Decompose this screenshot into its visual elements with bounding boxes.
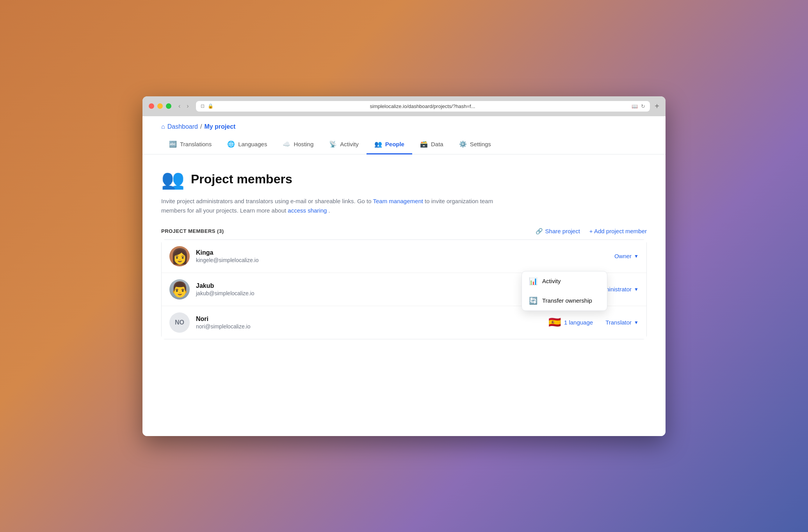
tab-hosting-label: Hosting bbox=[294, 141, 313, 147]
refresh-icon[interactable]: ↻ bbox=[641, 103, 645, 109]
dropdown-activity-label: Activity bbox=[542, 278, 561, 284]
tab-languages-label: Languages bbox=[238, 141, 267, 147]
home-icon: ⌂ bbox=[161, 123, 165, 130]
breadcrumb: ⌂ Dashboard / My project bbox=[142, 116, 666, 130]
description-text-start: Invite project administrators and transl… bbox=[161, 198, 373, 204]
member-email-kinga: kingele@simplelocalize.io bbox=[196, 257, 614, 263]
members-header: PROJECT MEMBERS (3) 🔗 Share project + Ad… bbox=[161, 228, 647, 235]
tab-languages[interactable]: 🌐 Languages bbox=[219, 135, 275, 154]
tab-data-label: Data bbox=[431, 141, 443, 147]
team-management-link[interactable]: Team management bbox=[373, 198, 423, 204]
members-list: Kinga kingele@simplelocalize.io Owner ▼ … bbox=[161, 239, 647, 339]
activity-icon: 📡 bbox=[329, 140, 337, 148]
breadcrumb-dashboard-link[interactable]: Dashboard bbox=[167, 123, 198, 130]
chevron-down-icon-nori: ▼ bbox=[634, 320, 639, 325]
avatar-initials-nori: NO bbox=[175, 319, 184, 326]
tab-activity-label: Activity bbox=[340, 141, 359, 147]
member-role-nori[interactable]: Translator ▼ bbox=[605, 319, 639, 326]
translations-icon: 🔤 bbox=[169, 140, 177, 148]
member-row-nori: NO Nori nori@simplelocalize.io 🇪🇸 1 lang… bbox=[162, 306, 646, 339]
members-actions: 🔗 Share project + Add project member bbox=[536, 228, 647, 235]
add-member-label: + Add project member bbox=[589, 228, 647, 234]
new-tab-button[interactable]: + bbox=[655, 102, 659, 111]
avatar-kinga bbox=[169, 246, 190, 266]
screen-share-icon: ⊡ bbox=[201, 103, 205, 109]
traffic-lights bbox=[149, 103, 171, 109]
share-project-button[interactable]: 🔗 Share project bbox=[536, 228, 580, 235]
access-sharing-link[interactable]: access sharing bbox=[288, 207, 327, 214]
tab-hosting[interactable]: ☁️ Hosting bbox=[275, 135, 321, 154]
activity-bar-icon: 📊 bbox=[529, 277, 537, 286]
hosting-icon: ☁️ bbox=[283, 140, 290, 148]
flag-spain: 🇪🇸 bbox=[548, 316, 561, 328]
page-header: 👥 Project members bbox=[161, 168, 647, 190]
breadcrumb-current-project: My project bbox=[204, 123, 235, 130]
tab-people[interactable]: 👥 People bbox=[367, 135, 412, 154]
browser-nav-buttons: ‹ › bbox=[176, 102, 191, 110]
tab-settings-label: Settings bbox=[470, 141, 491, 147]
people-icon: 👥 bbox=[374, 140, 382, 148]
role-label-nori: Translator bbox=[605, 319, 632, 326]
languages-icon: 🌐 bbox=[227, 140, 235, 148]
member-row-kinga: Kinga kingele@simplelocalize.io Owner ▼ … bbox=[162, 240, 646, 273]
tab-settings[interactable]: ⚙️ Settings bbox=[451, 135, 499, 154]
page-title: Project members bbox=[191, 172, 292, 186]
transfer-icon: 🔄 bbox=[529, 296, 537, 305]
add-member-button[interactable]: + Add project member bbox=[589, 228, 647, 234]
tab-translations[interactable]: 🔤 Translations bbox=[161, 135, 219, 154]
forward-button[interactable]: › bbox=[184, 102, 191, 110]
reader-icon: 📖 bbox=[632, 103, 638, 109]
browser-content: ⌂ Dashboard / My project 🔤 Translations … bbox=[142, 116, 666, 436]
browser-titlebar: ‹ › ⊡ 🔒 simplelocalize.io/dashboard/proj… bbox=[142, 96, 666, 116]
chevron-down-icon-kinga: ▼ bbox=[634, 254, 639, 259]
page-description: Invite project administrators and transl… bbox=[161, 197, 513, 215]
member-info-kinga: Kinga kingele@simplelocalize.io bbox=[196, 249, 614, 263]
members-count: PROJECT MEMBERS (3) bbox=[161, 228, 224, 234]
address-bar[interactable]: ⊡ 🔒 simplelocalize.io/dashboard/projects… bbox=[196, 101, 650, 112]
settings-icon: ⚙️ bbox=[459, 140, 467, 148]
language-count-nori: 1 language bbox=[564, 319, 593, 326]
dropdown-menu: 📊 Activity 🔄 Transfer ownership bbox=[521, 271, 607, 311]
lock-icon: 🔒 bbox=[208, 103, 214, 109]
tab-translations-label: Translations bbox=[180, 141, 212, 147]
member-email-nori: nori@simplelocalize.io bbox=[196, 323, 548, 330]
avatar-jakub bbox=[169, 279, 190, 300]
data-icon: 🗃️ bbox=[420, 140, 428, 148]
member-name-nori: Nori bbox=[196, 316, 548, 323]
browser-window: ‹ › ⊡ 🔒 simplelocalize.io/dashboard/proj… bbox=[142, 96, 666, 436]
member-role-kinga[interactable]: Owner ▼ bbox=[614, 253, 639, 259]
minimize-button[interactable] bbox=[157, 103, 163, 109]
nav-tabs: 🔤 Translations 🌐 Languages ☁️ Hosting 📡 … bbox=[142, 135, 666, 154]
fullscreen-button[interactable] bbox=[166, 103, 171, 109]
main-content: 👥 Project members Invite project adminis… bbox=[142, 154, 666, 353]
avatar-nori: NO bbox=[169, 312, 190, 333]
close-button[interactable] bbox=[149, 103, 154, 109]
role-label-kinga: Owner bbox=[614, 253, 632, 259]
dropdown-transfer-label: Transfer ownership bbox=[542, 297, 592, 304]
dropdown-item-activity[interactable]: 📊 Activity bbox=[522, 271, 607, 291]
share-project-label: Share project bbox=[545, 228, 580, 234]
url-text: simplelocalize.io/dashboard/projects/?ha… bbox=[217, 103, 629, 109]
member-languages-nori: 🇪🇸 1 language bbox=[548, 316, 593, 328]
description-text-end: . bbox=[329, 207, 330, 214]
member-name-kinga: Kinga bbox=[196, 249, 614, 256]
back-button[interactable]: ‹ bbox=[176, 102, 183, 110]
tab-data[interactable]: 🗃️ Data bbox=[412, 135, 451, 154]
dropdown-item-transfer[interactable]: 🔄 Transfer ownership bbox=[522, 291, 607, 310]
member-info-nori: Nori nori@simplelocalize.io bbox=[196, 316, 548, 330]
project-members-icon: 👥 bbox=[161, 168, 185, 190]
share-icon: 🔗 bbox=[536, 228, 543, 235]
breadcrumb-separator: / bbox=[200, 123, 202, 130]
tab-activity[interactable]: 📡 Activity bbox=[321, 135, 367, 154]
chevron-down-icon-jakub: ▼ bbox=[634, 287, 639, 292]
tab-people-label: People bbox=[385, 141, 404, 147]
